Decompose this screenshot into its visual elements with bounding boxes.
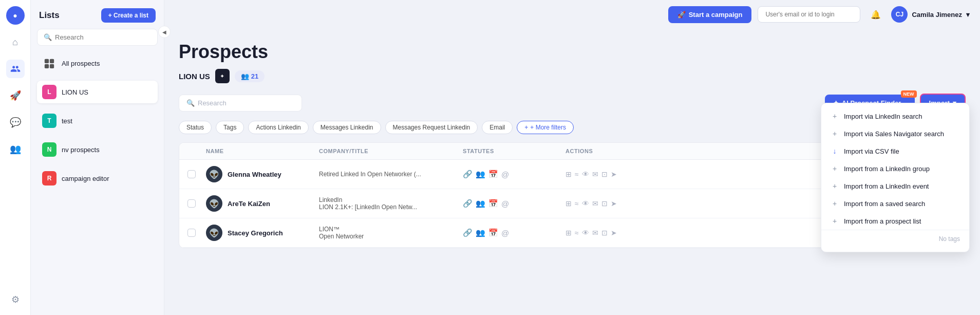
plus-icon: + (831, 199, 839, 208)
filter-messages-request-linkedin[interactable]: Messages Request Linkedin (385, 121, 478, 134)
action-icon-5[interactable]: ⊡ (601, 229, 608, 237)
action-icon-4[interactable]: ✉ (592, 229, 598, 237)
sidebar-item-campaign-editor[interactable]: R campaign editor (37, 167, 158, 190)
email-icon[interactable]: @ (501, 199, 509, 208)
dropdown-item-sales-navigator[interactable]: + Import via Sales Navigator search (821, 125, 969, 142)
prospect-name: 👽 AreTe KaiZen (206, 195, 319, 212)
create-list-button[interactable]: + Create a list (101, 8, 156, 23)
user-profile[interactable]: CJ Camila Jimenez ▾ (891, 6, 970, 23)
dropdown-item-csv[interactable]: ↓ Import via CSV file (821, 142, 969, 160)
sidebar-item-test[interactable]: T test (37, 109, 158, 132)
action-icon-5[interactable]: ⊡ (601, 170, 608, 178)
prospect-name-label: AreTe KaiZen (228, 200, 270, 208)
list-meta: LION US ✦ 👥 21 (179, 69, 966, 83)
dropdown-item-linkedin-search[interactable]: + Import via LinkedIn search (821, 107, 969, 125)
action-icon-1[interactable]: ⊞ (566, 199, 572, 208)
bell-icon[interactable]: 🔔 (866, 5, 885, 24)
plus-icon: + (831, 217, 839, 225)
action-icon-3[interactable]: 👁 (582, 199, 589, 208)
link-icon[interactable]: 🔗 (463, 199, 473, 208)
sidebar-search-input[interactable] (55, 33, 151, 41)
row-checkbox[interactable] (187, 229, 206, 237)
filter-email[interactable]: Email (482, 121, 513, 134)
dropdown-item-linkedin-event[interactable]: + Import from a LinkedIn event (821, 177, 969, 195)
dropdown-item-label: Import from a prospect list (844, 217, 921, 225)
filter-messages-linkedin[interactable]: Messages Linkedin (313, 121, 381, 134)
all-prospects-icon (42, 56, 56, 70)
email-icon[interactable]: @ (501, 170, 509, 179)
prospect-name: 👽 Glenna Wheatley (206, 166, 319, 182)
rocket-icon: 🚀 (677, 11, 686, 18)
plus-icon: + (831, 129, 839, 138)
app-logo[interactable]: ● (6, 6, 25, 25)
sidebar: Lists + Create a list 🔍 All prospects L … (31, 0, 164, 315)
sidebar-search[interactable]: 🔍 (37, 29, 158, 46)
action-icon-4[interactable]: ✉ (592, 170, 598, 178)
filter-tags[interactable]: Tags (216, 121, 244, 134)
main-search[interactable]: 🔍 Research (179, 95, 302, 112)
login-input[interactable] (758, 6, 860, 23)
start-campaign-button[interactable]: 🚀 Start a campaign (668, 6, 752, 23)
action-icon-6[interactable]: ➤ (611, 170, 617, 178)
company-cell: LinkedInLION 2.1K+: [LinkedIn Open Netw.… (319, 196, 463, 211)
calendar-icon[interactable]: 📅 (488, 228, 498, 237)
link-icon[interactable]: 🔗 (463, 228, 473, 237)
action-icon-2[interactable]: ≈ (575, 199, 579, 208)
action-icon-5[interactable]: ⊡ (601, 199, 608, 208)
nav-prospects[interactable] (6, 60, 25, 78)
plus-icon: + (831, 182, 839, 190)
action-icon-6[interactable]: ➤ (611, 199, 617, 208)
group-icon[interactable]: 👥 (476, 228, 485, 237)
nav-home[interactable]: ⌂ (6, 33, 25, 51)
action-icon-3[interactable]: 👁 (582, 229, 589, 237)
action-icon-1[interactable]: ⊞ (566, 229, 572, 237)
sidebar-collapse-button[interactable]: ◀ (158, 26, 171, 38)
sidebar-item-label-campaign-editor: campaign editor (62, 175, 109, 182)
nav-settings[interactable]: ⚙ (6, 290, 25, 309)
link-icon[interactable]: 🔗 (463, 170, 473, 179)
nav-campaigns[interactable]: 🚀 (6, 86, 25, 105)
dropdown-item-prospect-list[interactable]: + Import from a prospect list (821, 212, 969, 230)
list-icon: ✦ (215, 69, 230, 83)
no-tags-label: No tags (821, 230, 969, 248)
filter-actions-linkedin[interactable]: Actions Linkedin (248, 121, 308, 134)
header-statutes: STATUTES (463, 148, 566, 154)
row-checkbox[interactable] (187, 170, 206, 178)
email-icon[interactable]: @ (501, 229, 509, 237)
group-icon[interactable]: 👥 (476, 170, 485, 179)
new-badge: NEW (901, 90, 917, 98)
action-icon-2[interactable]: ≈ (575, 170, 579, 178)
group-icon[interactable]: 👥 (476, 199, 485, 208)
sidebar-item-nv-prospects[interactable]: N nv prospects (37, 138, 158, 161)
dropdown-item-label: Import from a saved search (844, 200, 925, 208)
action-icon-4[interactable]: ✉ (592, 199, 598, 208)
dropdown-item-label: Import via CSV file (844, 147, 899, 155)
dropdown-item-label: Import via LinkedIn search (844, 113, 922, 120)
dropdown-item-saved-search[interactable]: + Import from a saved search (821, 195, 969, 212)
prospect-avatar: 👽 (206, 166, 222, 182)
prospect-avatar: 👽 (206, 195, 222, 212)
sidebar-item-all-prospects[interactable]: All prospects (37, 52, 158, 75)
download-icon: ↓ (831, 147, 839, 155)
top-bar: 🚀 Start a campaign 🔔 CJ Camila Jimenez ▾ (164, 0, 980, 29)
nav-messages[interactable]: 💬 (6, 113, 25, 132)
row-checkbox[interactable] (187, 199, 206, 208)
statutes-cell: 🔗 👥 📅 @ (463, 199, 566, 208)
filter-more[interactable]: + + More filters (517, 121, 574, 134)
action-icon-2[interactable]: ≈ (575, 229, 579, 237)
dropdown-item-linkedin-group[interactable]: + Import from a LinkedIn group (821, 160, 969, 177)
dropdown-item-label: Import from a LinkedIn group (844, 165, 930, 173)
dropdown-item-label: Import from a LinkedIn event (844, 182, 929, 190)
action-icon-3[interactable]: 👁 (582, 170, 589, 178)
calendar-icon[interactable]: 📅 (488, 199, 498, 208)
filter-status[interactable]: Status (179, 121, 212, 134)
company-cell: LION™Open Networker (319, 226, 463, 240)
prospect-count: 21 (251, 72, 258, 80)
action-icon-1[interactable]: ⊞ (566, 170, 572, 178)
sidebar-item-lion-us[interactable]: L LION US (37, 81, 158, 103)
statutes-cell: 🔗 👥 📅 @ (463, 170, 566, 179)
action-icon-6[interactable]: ➤ (611, 229, 617, 237)
nav-teams[interactable]: 👥 (6, 140, 25, 158)
dropdown-item-label: Import via Sales Navigator search (844, 130, 944, 138)
calendar-icon[interactable]: 📅 (488, 170, 498, 179)
